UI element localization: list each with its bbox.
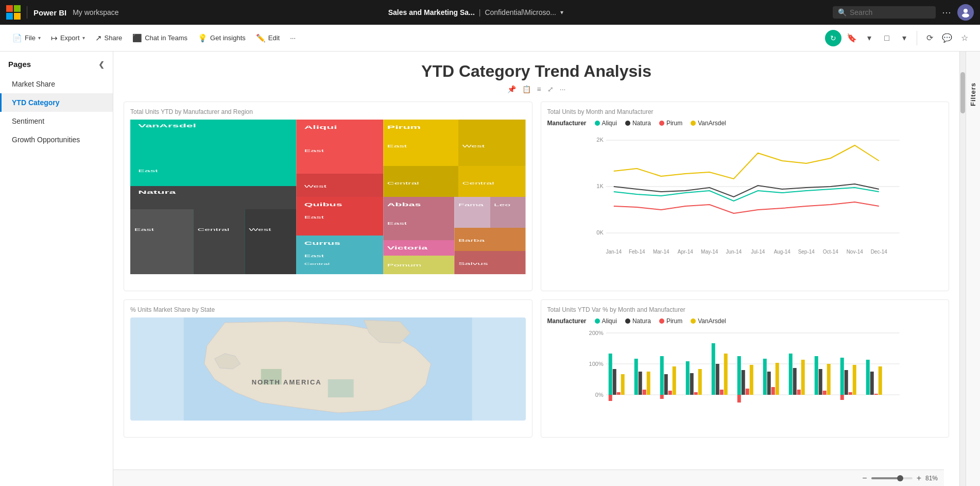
treemap-label-quibus-east: East <box>304 215 324 219</box>
refresh-page-button[interactable]: ⟳ <box>922 31 937 45</box>
bar-neg-pirum2 <box>660 395 663 399</box>
aliqui-line <box>613 188 879 201</box>
bar-feb-pirum <box>642 390 646 395</box>
map-region-label: NORTH AMERICA <box>252 378 322 386</box>
treemap-label-pirum-central2: Central <box>462 181 494 185</box>
comments-button[interactable]: 💬 <box>940 31 954 45</box>
bar-y-200: 200% <box>589 330 603 336</box>
bar-jun-vanarsdel <box>749 365 753 395</box>
charts-grid-row1: Total Units YTD by Manufacturer and Regi… <box>124 102 949 291</box>
refresh-button[interactable]: ↻ <box>825 30 841 46</box>
bookmark-button[interactable]: 🔖 <box>845 31 859 45</box>
treemap-label-aliqui: Aliqui <box>304 125 337 130</box>
copy-icon[interactable]: 📋 <box>522 85 531 93</box>
favorite-button[interactable]: ☆ <box>957 31 972 45</box>
treemap-label-victoria: Victoria <box>387 245 428 250</box>
sidebar-item-growth-opportunities[interactable]: Growth Opportunities <box>0 130 113 149</box>
x-label-jun: Jun-14 <box>726 249 742 255</box>
export-chevron-icon: ▾ <box>82 35 85 41</box>
bar-feb-natura <box>638 372 642 395</box>
bottom-zoom-bar: − + 81% <box>113 470 944 486</box>
zoom-slider[interactable] <box>871 477 913 479</box>
export-button[interactable]: ↦ Export ▾ <box>47 31 89 45</box>
bar-legend-natura-dot <box>625 319 630 324</box>
filter-icon[interactable]: ≡ <box>537 85 541 93</box>
avatar[interactable] <box>957 4 974 21</box>
bar-legend-vanarsdel-label: VanArsdel <box>698 317 726 325</box>
zoom-slider-thumb[interactable] <box>897 475 903 481</box>
filters-panel[interactable]: Filters <box>966 52 980 486</box>
treemap-label-pirum-central1: Central <box>387 181 419 185</box>
canvas-scrollbar[interactable] <box>959 52 966 486</box>
treemap-label-natura-west: West <box>249 227 271 231</box>
edit-button[interactable]: ✏️ Edit <box>252 31 284 45</box>
file-chevron-icon: ▾ <box>38 35 41 41</box>
pin-icon[interactable]: 📌 <box>507 85 516 93</box>
export-icon: ↦ <box>51 33 58 43</box>
line-chart-container[interactable]: 2K 1K 0K Jan-14 Feb-14 Mar-14 Apr-14 May… <box>547 130 943 284</box>
search-input[interactable] <box>850 8 931 16</box>
bar-legend-aliqui-label: Aliqui <box>602 317 617 325</box>
teams-icon: ⬛ <box>132 33 142 43</box>
sidebar-title: Pages <box>8 60 31 69</box>
bar-apr-aliqui <box>685 361 689 395</box>
ms-logo-blue <box>6 13 13 20</box>
sidebar-item-market-share[interactable]: Market Share <box>0 75 113 93</box>
treemap-label-natura: Natura <box>138 190 176 195</box>
treemap-label-abbas-east: East <box>387 221 407 225</box>
treemap-container[interactable]: VanArsdel East Central West Natura East <box>130 120 526 274</box>
bar-chart-container[interactable]: 200% 100% 0% <box>547 328 943 431</box>
legend-vanarsdel-dot <box>691 121 696 126</box>
bar-nov-aliqui <box>866 360 869 395</box>
bar-legend-vanarsdel: VanArsdel <box>691 317 726 325</box>
treemap-cell-natura-west[interactable] <box>245 209 297 274</box>
chat-in-teams-button[interactable]: ⬛ Chat in Teams <box>128 31 192 45</box>
view-chevron-icon[interactable]: ▾ <box>897 31 912 45</box>
bar-mar-vanarsdel <box>672 366 676 395</box>
options-icon[interactable]: ··· <box>560 85 566 93</box>
x-label-oct: Oct-14 <box>822 249 838 255</box>
bar-nov-natura <box>870 372 873 395</box>
treemap-label-pirum: Pirum <box>387 125 421 130</box>
share-button[interactable]: ↗ Share <box>91 31 127 45</box>
file-button[interactable]: 📄 File ▾ <box>8 31 45 45</box>
view-button[interactable]: □ <box>880 31 894 45</box>
toolbar-more-button[interactable]: ··· <box>286 32 300 44</box>
bar-manufacturer-label: Manufacturer <box>547 317 587 325</box>
treemap-cell-leo[interactable] <box>490 197 525 228</box>
nav-chevron-icon[interactable]: ▾ <box>560 9 563 16</box>
treemap-cell-natura-central[interactable] <box>194 209 245 274</box>
bar-mar-aliqui <box>660 356 663 395</box>
zoom-minus-button[interactable]: − <box>862 474 867 483</box>
treemap-cell-natura-east[interactable] <box>130 209 194 274</box>
bar-jun-natura <box>741 370 745 395</box>
search-box[interactable]: 🔍 <box>833 6 936 19</box>
treemap-label-natura-central: Central <box>197 227 229 231</box>
canvas-scrollbar-thumb[interactable] <box>960 72 965 113</box>
pirum-line <box>613 202 879 213</box>
x-label-mar: Mar-14 <box>652 249 669 255</box>
bar-aug-natura <box>793 368 796 395</box>
zoom-plus-button[interactable]: + <box>917 474 921 483</box>
treemap-label-aliqui-west: West <box>304 184 326 188</box>
bar-sep-natura <box>818 369 822 395</box>
nav-more-button[interactable]: ⋯ <box>942 7 951 18</box>
treemap-cell-pirum-west[interactable] <box>458 120 525 166</box>
map-container[interactable]: NORTH AMERICA <box>130 317 526 421</box>
vanarsdel-line <box>613 145 879 179</box>
expand-icon[interactable]: ⤢ <box>547 85 554 93</box>
bookmark-chevron-icon[interactable]: ▾ <box>862 31 876 45</box>
bar-legend-pirum-label: Pirum <box>666 317 682 325</box>
sidebar-item-ytd-category[interactable]: YTD Category <box>0 93 113 112</box>
map-chart: % Units Market Share by State <box>124 299 532 438</box>
sidebar-item-sentiment[interactable]: Sentiment <box>0 112 113 130</box>
bar-jan-aliqui <box>608 354 612 395</box>
workspace-label[interactable]: My workspace <box>73 8 118 16</box>
x-label-apr: Apr-14 <box>677 249 693 255</box>
treemap-cell-fama[interactable] <box>454 197 490 228</box>
map-highlight-2 <box>328 379 354 397</box>
x-label-jan: Jan-14 <box>606 249 622 255</box>
report-title-nav: Sales and Marketing Sa... <box>388 8 475 16</box>
sidebar-collapse-button[interactable]: ❮ <box>98 60 105 69</box>
get-insights-button[interactable]: 💡 Get insights <box>194 31 250 45</box>
